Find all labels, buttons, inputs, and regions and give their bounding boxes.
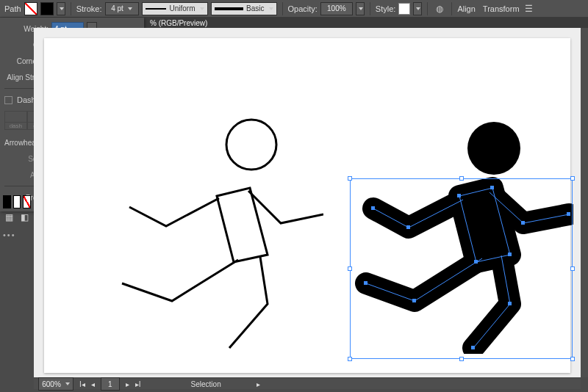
- dashed-checkbox[interactable]: [4, 96, 12, 104]
- control-bar: Path Stroke: 4 pt Uniform Basic Opacity:…: [0, 0, 588, 18]
- style-label: Style:: [376, 4, 396, 13]
- nav-next-icon[interactable]: ▸: [126, 380, 129, 388]
- nav-first-icon[interactable]: I◂: [79, 380, 85, 388]
- stroke-profile-dd[interactable]: Uniform: [142, 2, 208, 15]
- opacity-label: Opacity:: [288, 4, 318, 13]
- color-icon[interactable]: ▦: [3, 211, 16, 224]
- path-label: Path: [4, 4, 21, 13]
- fill-color-box[interactable]: [3, 195, 11, 208]
- recolor-icon[interactable]: ◍: [433, 2, 446, 15]
- stroke-label: Stroke:: [76, 4, 102, 13]
- nav-last-icon[interactable]: ▸I: [135, 380, 141, 388]
- stroke-color-box[interactable]: [13, 195, 21, 208]
- arrange-icon[interactable]: ☰: [523, 2, 536, 15]
- gradient-icon[interactable]: ◧: [18, 211, 32, 224]
- stroke-weight-field[interactable]: 4 pt: [105, 2, 139, 15]
- nav-prev-icon[interactable]: ◂: [91, 380, 95, 388]
- align-label[interactable]: Align: [457, 4, 475, 13]
- more-icon[interactable]: •••: [3, 231, 31, 239]
- document-tab[interactable]: % (RGB/Preview): [144, 18, 588, 28]
- tool-colors: ▦ ◧ •••: [0, 192, 34, 236]
- artboard[interactable]: [44, 38, 570, 373]
- brush-dd[interactable]: Basic: [211, 2, 277, 15]
- canvas-area[interactable]: [34, 28, 581, 377]
- mode-next-icon[interactable]: ▸: [257, 380, 260, 388]
- stickfigure-thin[interactable]: [96, 112, 323, 354]
- style-swatch[interactable]: [398, 3, 410, 15]
- page-field[interactable]: 1: [101, 377, 120, 391]
- vertical-scrollbar[interactable]: [581, 28, 588, 377]
- zoom-dd[interactable]: 600%: [38, 377, 74, 391]
- transform-label[interactable]: Transform: [483, 4, 520, 13]
- status-bar: 600% I◂ ◂ 1 ▸ ▸I Selection ▸: [34, 379, 581, 389]
- none-color-box[interactable]: [23, 195, 31, 208]
- fill-swatch[interactable]: [24, 2, 37, 15]
- svg-point-5: [467, 122, 520, 175]
- svg-point-4: [226, 120, 276, 170]
- stroke-swatch[interactable]: [40, 2, 54, 15]
- mode-label: Selection: [191, 380, 221, 388]
- selection-bounds[interactable]: [350, 178, 573, 359]
- opacity-field[interactable]: 100%: [320, 2, 353, 15]
